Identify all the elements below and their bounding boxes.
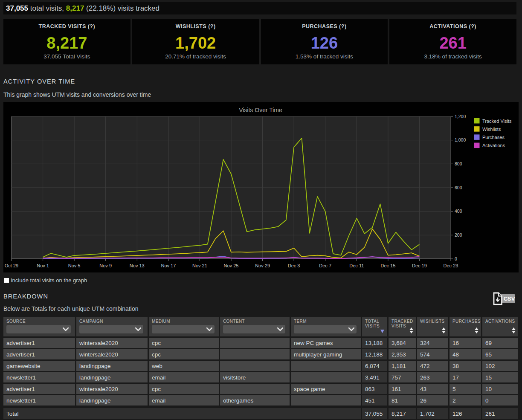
svg-text:Nov 1: Nov 1 (37, 263, 49, 268)
svg-text:Nov 21: Nov 21 (192, 263, 207, 268)
svg-text:Wishlists: Wishlists (482, 127, 501, 132)
svg-text:Oct 29: Oct 29 (5, 263, 18, 268)
svg-text:Dec 3: Dec 3 (288, 263, 300, 268)
svg-text:Dec 23: Dec 23 (444, 263, 458, 268)
svg-text:600: 600 (455, 185, 462, 190)
svg-text:Dec 11: Dec 11 (349, 263, 364, 268)
svg-text:Tracked Visits: Tracked Visits (482, 119, 512, 124)
svg-text:Nov 5: Nov 5 (68, 263, 81, 268)
svg-text:Dec 7: Dec 7 (319, 263, 331, 268)
svg-text:Nov 25: Nov 25 (224, 263, 239, 268)
svg-text:Visits Over Time: Visits Over Time (239, 107, 282, 113)
svg-text:1,200: 1,200 (455, 114, 466, 119)
svg-text:1,000: 1,000 (455, 137, 466, 142)
svg-text:0: 0 (455, 256, 457, 261)
svg-text:Activations: Activations (482, 143, 505, 148)
svg-text:Nov 9: Nov 9 (99, 263, 112, 268)
svg-text:Dec 19: Dec 19 (412, 263, 427, 268)
svg-text:Dec 15: Dec 15 (380, 263, 395, 268)
svg-text:200: 200 (455, 232, 462, 238)
svg-text:Nov 29: Nov 29 (255, 263, 270, 268)
svg-text:400: 400 (455, 209, 462, 214)
svg-text:Purchases: Purchases (482, 135, 505, 140)
svg-text:Nov 13: Nov 13 (130, 263, 145, 268)
svg-text:800: 800 (455, 161, 462, 166)
svg-text:Nov 17: Nov 17 (161, 263, 176, 268)
